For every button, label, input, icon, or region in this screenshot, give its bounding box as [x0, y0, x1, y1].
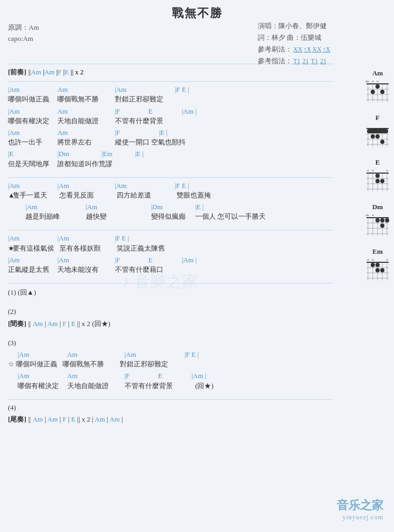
v3c1-fe: |F E |	[185, 350, 227, 359]
blank3	[8, 274, 333, 280]
svg-text:x: x	[367, 213, 369, 217]
l2-1: 哪個有權決定	[8, 116, 56, 126]
v3c2-am: |Am	[17, 371, 65, 381]
triangle1: ▲	[8, 191, 11, 200]
svg-point-42	[380, 179, 384, 183]
ref-strum-1x1[interactable]: ↑X	[303, 44, 311, 55]
c3-f: |F	[115, 128, 157, 138]
meta-left: 原調：Am capo:Am	[8, 22, 39, 45]
chord-diagram-em: Em o o o	[365, 247, 390, 284]
v3-r1-lyrics: ☆ 哪個叫做正義 哪個戰無不勝 對錯正邪卻難定	[8, 359, 333, 369]
chord-name-f: F	[375, 114, 380, 122]
svg-text:o: o	[367, 79, 369, 83]
page: 戰無不勝 原調：Am capo:Am 演唱：陳小春、鄭伊健 詞：林夕 曲：伍樂城…	[0, 0, 394, 532]
section-2-label: (2)	[8, 307, 333, 316]
section-2-content: [間奏] || Am | Am | F | E || x 2 (回★)	[8, 319, 333, 329]
ref-finger-row: 參考指法： T1 21 T1 21	[258, 55, 330, 67]
svg-point-15	[371, 90, 375, 94]
chord-grid-e: o o o	[365, 168, 390, 194]
ch1-r1: |Am |Am |Am |F E | ▲ 隻手一遮天 怎看見反面 四方給差遣 雙…	[8, 181, 333, 200]
ref-finger-21b[interactable]: 21	[320, 56, 327, 66]
chord-name-em: Em	[372, 247, 383, 256]
ref-strum-1x2[interactable]: ↑X	[322, 44, 330, 55]
bottom-watermark: 音乐之家 yinyuezj.com	[337, 497, 383, 521]
chord-grid-dm: x x o	[365, 212, 390, 239]
bottom-cn: 音乐之家	[337, 497, 383, 513]
ref-finger-label: 參考指法：	[258, 55, 292, 67]
ref-finger-t1[interactable]: T1	[293, 56, 300, 66]
blank5	[8, 333, 333, 338]
cc2-e: |E |	[195, 202, 227, 212]
section-3-label: (3)	[8, 338, 333, 348]
c2-am2: Am	[57, 107, 113, 116]
svg-point-56	[375, 218, 380, 222]
svg-text:o: o	[377, 79, 379, 83]
ws-am3: Am	[95, 415, 106, 423]
meta-right: 演唱：陳小春、鄭伊健 詞：林夕 曲：伍樂城 參考刷法： XX ↑X XX ↑X …	[258, 20, 330, 67]
c2-f: |F	[115, 107, 147, 116]
v1-r3: |Am Am |F |E | 也許一出手 將世界左右 縱使一開口 空氣也顫抖	[8, 128, 333, 147]
v2-r2-chords: |Am |Am |F E |Am |	[8, 255, 333, 265]
svg-point-13	[375, 84, 380, 89]
ref-strum-xx1[interactable]: XX	[293, 44, 302, 55]
v1-r1: |Am Am |Am |F E | 哪個叫做正義 哪個戰無不勝 對錯正邪卻難定	[8, 85, 333, 104]
lv2-3: 笑說正義太陳舊	[117, 244, 165, 252]
v3c2-e: E	[158, 371, 190, 381]
js-am1: Am	[32, 320, 43, 328]
v2c2-e: E	[148, 255, 180, 265]
svg-point-72	[375, 268, 380, 272]
v1-r2-lyrics: 哪個有權決定 天地自能做證 不管有什麼背景	[8, 116, 333, 126]
svg-point-58	[385, 218, 389, 222]
svg-text:o: o	[372, 168, 374, 173]
main-content: [前奏] ||Am |Am |F |E || x 2 |Am Am |Am |F…	[8, 64, 333, 424]
v2c2-am: |Am	[8, 255, 56, 265]
intro-f: F	[58, 68, 62, 76]
blank2	[8, 221, 333, 227]
js-e: E	[71, 320, 75, 328]
chord-grid-am: o o o x	[365, 79, 390, 105]
v3c1-am3: |Am	[125, 350, 183, 359]
c2-am3: |Am |	[182, 107, 214, 116]
cc2-dm: |Dm	[151, 202, 194, 212]
performer: 演唱：陳小春、鄭伊健	[258, 20, 330, 32]
section-1: (1) (回▲)	[8, 288, 333, 297]
section-4-content: [尾奏] || Am | Am | F | E || x 2 | Am | Am…	[8, 415, 333, 424]
l3-3: 縱使一開口 空氣也顫抖	[115, 138, 211, 147]
v1-r4-lyrics: 但是天闊地厚 誰都知道叫作荒謬	[8, 159, 333, 169]
c4-e2: |E |	[135, 149, 167, 159]
svg-point-14	[380, 90, 384, 94]
chord-grid-em: o o o	[365, 257, 390, 284]
lv2-2-1: 正氣縱是太舊	[8, 265, 56, 274]
chord-diagram-e: E o o o	[365, 158, 390, 194]
svg-text:o: o	[372, 79, 374, 83]
cc2-am2: |Am	[86, 202, 150, 212]
chord-diagram-dm: Dm x x o	[365, 203, 390, 239]
v2c1-fe: |F E |	[115, 234, 173, 243]
v2-r1-lyrics: ★ 要有這樣氣侯 至有各樣妖獸 笑說正義太陳舊	[8, 244, 333, 253]
svg-point-27	[375, 134, 380, 139]
c3-am2: Am	[57, 128, 113, 138]
js-hui: (回★)	[92, 320, 110, 328]
chord-diagrams: Am o o o	[365, 69, 390, 284]
v2c2-am3: |Am |	[182, 255, 214, 265]
lv3-2: 哪個戰無不勝	[63, 359, 118, 369]
lc1-1: 隻手一遮天	[13, 191, 57, 200]
v2-r1: |Am |Am |F E | ★ 要有這樣氣侯 至有各樣妖獸 笑說正義太陳舊	[8, 234, 333, 253]
weisou-label: [尾奏]	[8, 415, 27, 423]
chord-name-e: E	[375, 158, 380, 167]
ref-strum-xx2[interactable]: XX	[312, 44, 321, 55]
svg-text:o: o	[367, 258, 369, 262]
svg-point-28	[380, 140, 384, 144]
c2-e: E	[148, 107, 180, 116]
v3c2-am2: Am	[67, 371, 123, 381]
lv3-2-1: 哪個有權決定	[17, 381, 65, 391]
star3: ☆	[8, 360, 14, 368]
c2-am: |Am	[8, 107, 56, 116]
svg-point-57	[380, 218, 384, 222]
blank4	[8, 302, 333, 307]
ref-finger-t1b[interactable]: T1	[311, 56, 318, 66]
cc2-am: |Am	[25, 202, 84, 212]
js-f: F	[63, 320, 66, 328]
ref-finger-21[interactable]: 21	[302, 56, 309, 66]
ch1-r1-chords: |Am |Am |Am |F E |	[8, 181, 333, 191]
